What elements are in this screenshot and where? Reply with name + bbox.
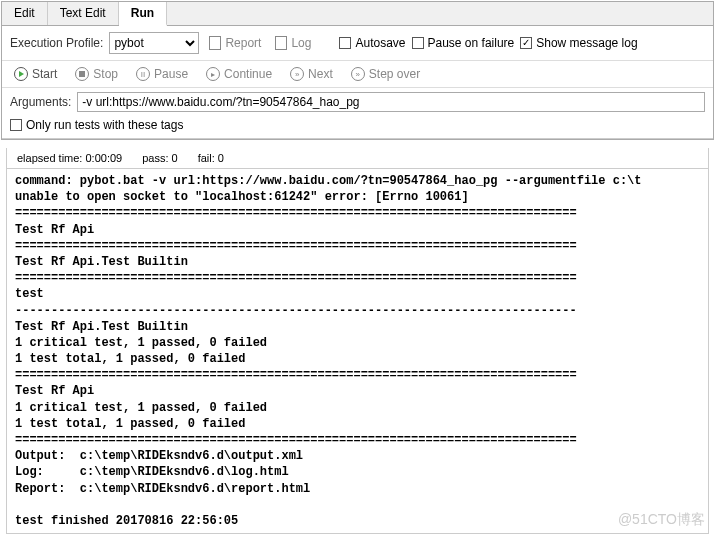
tags-label: Only run tests with these tags — [26, 118, 183, 132]
continue-label: Continue — [224, 67, 272, 81]
exec-profile-select[interactable]: pybot — [109, 32, 199, 54]
tags-row: Only run tests with these tags — [2, 116, 713, 139]
pause-label: Pause — [154, 67, 188, 81]
watermark: @51CTO博客 — [618, 511, 705, 529]
arguments-row: Arguments: — [2, 88, 713, 116]
show-log-label: Show message log — [536, 36, 637, 50]
show-message-log-checkbox[interactable]: ✓Show message log — [520, 36, 637, 50]
pause-icon: II — [136, 67, 150, 81]
tab-run[interactable]: Run — [119, 2, 167, 26]
log-button[interactable]: Log — [271, 34, 315, 52]
fail-count: fail: 0 — [198, 152, 224, 164]
checkbox-icon — [339, 37, 351, 49]
log-icon — [275, 36, 287, 50]
pause-button[interactable]: IIPause — [132, 65, 192, 83]
log-label: Log — [291, 36, 311, 50]
arguments-label: Arguments: — [10, 95, 71, 109]
next-button[interactable]: »Next — [286, 65, 337, 83]
checkbox-icon — [412, 37, 424, 49]
elapsed-time: elapsed time: 0:00:09 — [17, 152, 122, 164]
stop-label: Stop — [93, 67, 118, 81]
report-label: Report — [225, 36, 261, 50]
step-over-icon: » — [351, 67, 365, 81]
continue-button[interactable]: ▸Continue — [202, 65, 276, 83]
pause-on-failure-checkbox[interactable]: Pause on failure — [412, 36, 515, 50]
next-icon: » — [290, 67, 304, 81]
report-icon — [209, 36, 221, 50]
step-over-label: Step over — [369, 67, 420, 81]
status-bar: elapsed time: 0:00:09 pass: 0 fail: 0 — [6, 148, 709, 168]
tab-bar: Edit Text Edit Run — [2, 2, 713, 26]
tab-text-edit[interactable]: Text Edit — [48, 2, 119, 25]
toolbar-row-1: Execution Profile: pybot Report Log Auto… — [2, 26, 713, 61]
checkbox-checked-icon: ✓ — [520, 37, 532, 49]
continue-icon: ▸ — [206, 67, 220, 81]
tab-edit[interactable]: Edit — [2, 2, 48, 25]
report-button[interactable]: Report — [205, 34, 265, 52]
arguments-input[interactable] — [77, 92, 705, 112]
pass-count: pass: 0 — [142, 152, 177, 164]
stop-button[interactable]: Stop — [71, 65, 122, 83]
next-label: Next — [308, 67, 333, 81]
start-label: Start — [32, 67, 57, 81]
play-icon — [14, 67, 28, 81]
exec-profile-label: Execution Profile: — [10, 36, 103, 50]
stop-icon — [75, 67, 89, 81]
console-output: command: pybot.bat -v url:https://www.ba… — [6, 168, 709, 534]
autosave-label: Autosave — [355, 36, 405, 50]
checkbox-icon — [10, 119, 22, 131]
start-button[interactable]: Start — [10, 65, 61, 83]
step-over-button[interactable]: »Step over — [347, 65, 424, 83]
autosave-checkbox[interactable]: Autosave — [339, 36, 405, 50]
only-run-tags-checkbox[interactable]: Only run tests with these tags — [10, 118, 183, 132]
toolbar-row-2: Start Stop IIPause ▸Continue »Next »Step… — [2, 61, 713, 88]
pause-fail-label: Pause on failure — [428, 36, 515, 50]
